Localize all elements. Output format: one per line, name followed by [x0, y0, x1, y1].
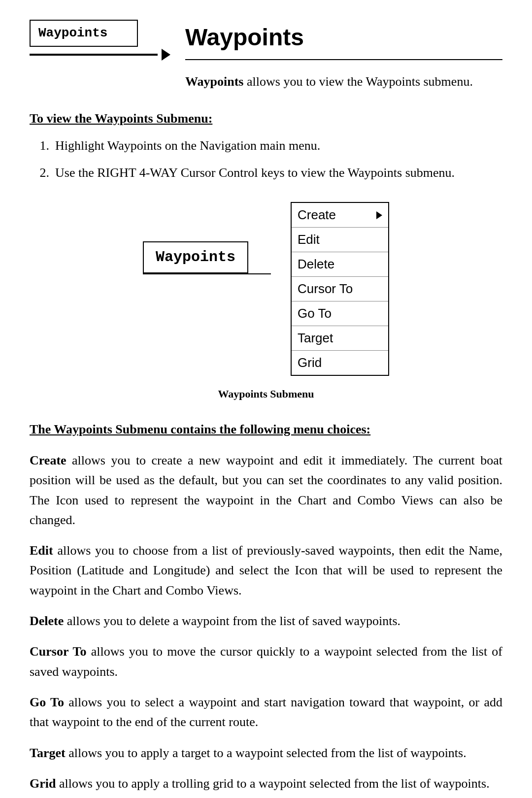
- step-2-text: Use the RIGHT 4-WAY Cursor Control keys …: [55, 163, 455, 182]
- top-nav-area: Waypoints Waypoints Waypoints allows you…: [30, 20, 502, 91]
- list-item: 2. Use the RIGHT 4-WAY Cursor Control ke…: [30, 163, 502, 182]
- list-num-2: 2.: [30, 163, 49, 182]
- submenu-item-go-to[interactable]: Go To: [292, 301, 388, 326]
- step-1-text: Highlight Waypoints on the Navigation ma…: [55, 136, 320, 155]
- submenu-item-grid-label: Grid: [298, 353, 322, 372]
- section2-heading: The Waypoints Submenu contains the follo…: [30, 420, 502, 439]
- section1-heading: To view the Waypoints Submenu:: [30, 109, 502, 128]
- intro-text: Waypoints allows you to view the Waypoin…: [185, 72, 502, 91]
- desc-create-text: allows you to create a new waypoint and …: [30, 453, 502, 527]
- desc-edit-text: allows you to choose from a list of prev…: [30, 543, 502, 598]
- nav-arrow-icon: [162, 49, 170, 61]
- submenu-item-create[interactable]: Create: [292, 203, 388, 228]
- intro-rest: allows you to view the Waypoints submenu…: [244, 74, 473, 89]
- desc-grid-term: Grid: [30, 776, 56, 791]
- nav-label: Waypoints: [38, 26, 107, 40]
- steps-list: 1. Highlight Waypoints on the Navigation…: [30, 136, 502, 182]
- desc-cursor-to-term: Cursor To: [30, 644, 87, 659]
- submenu-create-arrow-icon: [376, 211, 382, 219]
- desc-edit-term: Edit: [30, 543, 53, 558]
- page-container: Waypoints Waypoints Waypoints allows you…: [30, 20, 502, 798]
- title-section: Waypoints Waypoints allows you to view t…: [185, 20, 502, 91]
- submenu-box: Create Edit Delete Cursor To Go To Targe…: [291, 202, 389, 376]
- list-item: 1. Highlight Waypoints on the Navigation…: [30, 136, 502, 155]
- desc-delete: Delete allows you to delete a waypoint f…: [30, 611, 502, 631]
- desc-target-term: Target: [30, 746, 66, 760]
- list-num-1: 1.: [30, 136, 49, 155]
- submenu-item-cursor-to[interactable]: Cursor To: [292, 277, 388, 301]
- nav-box-line: [30, 54, 158, 56]
- submenu-item-grid[interactable]: Grid: [292, 351, 388, 375]
- desc-delete-text: allows you to delete a waypoint from the…: [64, 614, 400, 628]
- submenu-item-edit-label: Edit: [298, 230, 320, 249]
- desc-cursor-to-text: allows you to move the cursor quickly to…: [30, 644, 502, 678]
- submenu-item-create-label: Create: [298, 205, 336, 225]
- nav-box: Waypoints: [30, 20, 138, 47]
- intro-bold: Waypoints: [185, 74, 244, 89]
- submenu-item-target-label: Target: [298, 329, 333, 348]
- desc-edit: Edit allows you to choose from a list of…: [30, 541, 502, 600]
- desc-grid-text: allows you to apply a trolling grid to a…: [56, 776, 489, 791]
- submenu-item-edit[interactable]: Edit: [292, 228, 388, 252]
- desc-create-term: Create: [30, 453, 66, 467]
- left-panel: Waypoints: [30, 20, 170, 61]
- submenu-item-delete-label: Delete: [298, 255, 334, 274]
- desc-go-to: Go To allows you to select a waypoint an…: [30, 693, 502, 732]
- submenu-item-go-to-label: Go To: [298, 304, 332, 323]
- diagram-waypoints-box: Waypoints: [143, 241, 248, 273]
- desc-delete-term: Delete: [30, 614, 64, 628]
- desc-target: Target allows you to apply a target to a…: [30, 743, 502, 763]
- page-title: Waypoints: [185, 20, 502, 60]
- desc-target-text: allows you to apply a target to a waypoi…: [66, 746, 466, 760]
- desc-cursor-to: Cursor To allows you to move the cursor …: [30, 642, 502, 682]
- submenu-item-target[interactable]: Target: [292, 326, 388, 351]
- desc-create: Create allows you to create a new waypoi…: [30, 451, 502, 530]
- diagram-area: Waypoints Create Edit Delete Cursor To G…: [30, 202, 502, 376]
- desc-grid: Grid allows you to apply a trolling grid…: [30, 774, 502, 794]
- diagram-waypoints-line: [143, 273, 271, 274]
- submenu-item-delete[interactable]: Delete: [292, 252, 388, 277]
- diagram-caption: Waypoints Submenu: [30, 386, 502, 402]
- submenu-item-cursor-to-label: Cursor To: [298, 279, 353, 299]
- nav-arrow-row: [30, 49, 170, 61]
- diagram-waypoints-label: Waypoints: [156, 249, 235, 266]
- desc-go-to-text: allows you to select a waypoint and star…: [30, 695, 502, 729]
- desc-go-to-term: Go To: [30, 695, 64, 709]
- diagram-left: Waypoints: [143, 202, 271, 274]
